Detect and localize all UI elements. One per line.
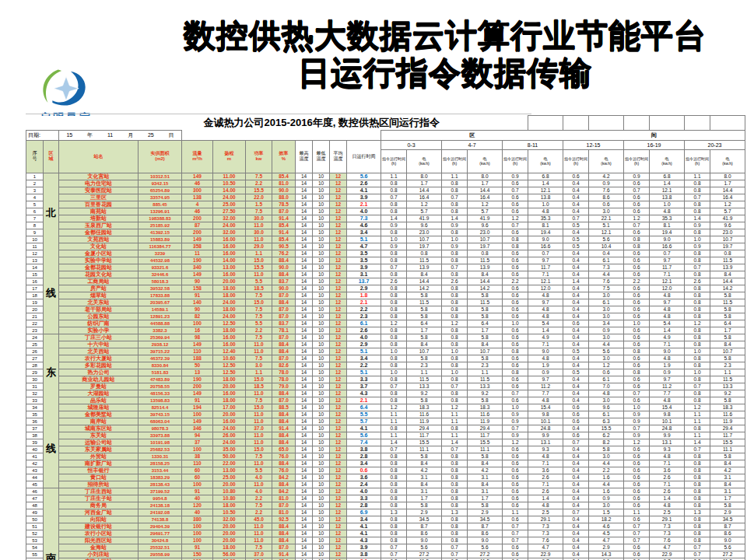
table-row: 46南丁庄生西站37199.529110.804.084.21410124.00… [26,488,745,495]
efficiency-value: 87.0 [272,208,296,215]
band-cell: 0.4 [563,299,589,306]
band-cell: 1.0 [381,236,407,243]
band-cell: 0.8 [381,530,407,537]
band-cell: 0.7 [503,390,528,397]
col-header: 流量 m³/h [182,140,213,173]
head-value: 32.00 [213,516,246,523]
band-cell: 0.4 [563,516,589,523]
power-value: 4.0 [246,474,272,481]
station-name: 烟草站 [59,292,139,299]
band-cell: 1.6 [589,474,624,481]
band-cell: 15.5 [710,439,745,446]
band-cell: 1.4 [381,215,407,222]
station-name: 百里香花园 [59,201,139,208]
table-row: 47丁庄生子站9954.84010.802.281.01410123.30.81… [26,495,745,502]
table-row: 53阳光西区站30424.810020.0011.088.41410124.30… [26,537,745,544]
band-cell: 5.8 [468,397,503,404]
temp-avg: 12 [330,271,347,278]
band-cell: 8.1 [650,222,685,229]
band-cell: 0.4 [563,194,589,201]
band-cell: 0.7 [442,551,468,558]
temp-avg: 12 [330,327,347,334]
band-cell: 10.7 [407,236,442,243]
band-cell: 0.8 [442,523,468,530]
band-cell: 4.9 [650,334,685,341]
band-cell: 2.2 [503,278,528,285]
band-cell: 0.8 [685,488,710,495]
band-cell: 4.8 [650,397,685,404]
band-cell: 0.7 [685,383,710,390]
band-cell: 11.7 [528,264,563,271]
table-row: 44黄口站18383.296025.004.084.21410123.60.83… [26,474,745,481]
area-value: 13296.91 [139,208,182,215]
station-name: 大湖园站 [59,390,139,397]
band-cell: 0.7 [528,250,563,257]
band-cell: 1.4 [528,180,563,187]
band-cell: 0.8 [503,236,528,243]
table-row: 42南扩新厂站28158.2511022.0011.088.41410123.4… [26,460,745,467]
temp-max: 14 [296,369,313,376]
band-label: 20-23 [685,140,745,149]
band-cell: 0.8 [381,488,407,495]
band-cell: 1.2 [685,320,710,327]
band-cell: 0.8 [503,348,528,355]
col-header: 功率 kw [246,140,272,173]
temp-max: 14 [296,236,313,243]
area-value: 10191.98 [139,439,182,446]
logo-swirl-icon [37,68,95,107]
band-cell: 11.2 [528,383,563,390]
efficiency-value: 90.0 [272,187,296,194]
table-row: 19北关东站20395.6714024.0015.088.41410122.10… [26,299,745,306]
power-value: 15.5 [246,187,272,194]
band-cell: 34.5 [407,516,442,523]
band-cell: 0.8 [381,502,407,509]
temp-min: 10 [313,187,330,194]
band-cell: 5.1 [589,222,624,229]
band-cell: 13.8 [650,194,685,201]
efficiency-value: 88.4 [272,411,296,418]
band-cell: 4.8 [528,355,563,362]
temp-min: 10 [313,439,330,446]
temp-avg: 12 [330,439,347,446]
head-value: 20.00 [213,411,246,418]
band-cell: 1.1 [442,411,468,418]
band-cell: 1.3 [442,509,468,516]
spacer-cell [182,130,381,140]
row-number: 40 [26,446,44,453]
band-cell: 0.8 [442,488,468,495]
power-value: 11.0 [246,348,272,355]
date-value: 15年11月25日 [59,130,182,140]
band-cell: 1.1 [381,411,407,418]
head-value: 16.00 [213,236,246,243]
band-cell: 0.6 [503,229,528,236]
band-cell: 27.2 [407,551,442,558]
band-cell: 0.7 [563,215,589,222]
station-name: 运输公司站 [59,439,139,446]
daily-runtime: 2.8 [347,453,381,460]
band-cell: 0.8 [381,523,407,530]
band-cell: 1.0 [381,369,407,376]
station-name: 房产站 [59,285,139,292]
band-cell: 11.1 [710,446,745,453]
temp-min: 10 [313,502,330,509]
station-name: 城南东区站 [59,425,139,432]
daily-runtime: 5.5 [347,411,381,418]
flow-value: 200 [182,215,213,222]
band-cell: 7.1 [650,271,685,278]
band-cell: 5.7 [468,208,503,215]
efficiency-value: 88.4 [272,271,296,278]
temp-avg: 12 [330,292,347,299]
band-cell: 3.0 [589,397,624,404]
temp-max: 14 [296,187,313,194]
band-cell: 0.8 [442,187,468,194]
band-cell: 0.8 [381,334,407,341]
temp-min: 10 [313,446,330,453]
band-cell: 5.7 [407,208,442,215]
band-cell: 0.6 [624,201,650,208]
band-cell: 0.8 [685,341,710,348]
flow-value: 380 [182,516,213,523]
flow-value: 120 [182,502,213,509]
band-cell: 0.6 [503,362,528,369]
empty-cell [589,116,624,131]
head-value: 14.00 [213,257,246,264]
